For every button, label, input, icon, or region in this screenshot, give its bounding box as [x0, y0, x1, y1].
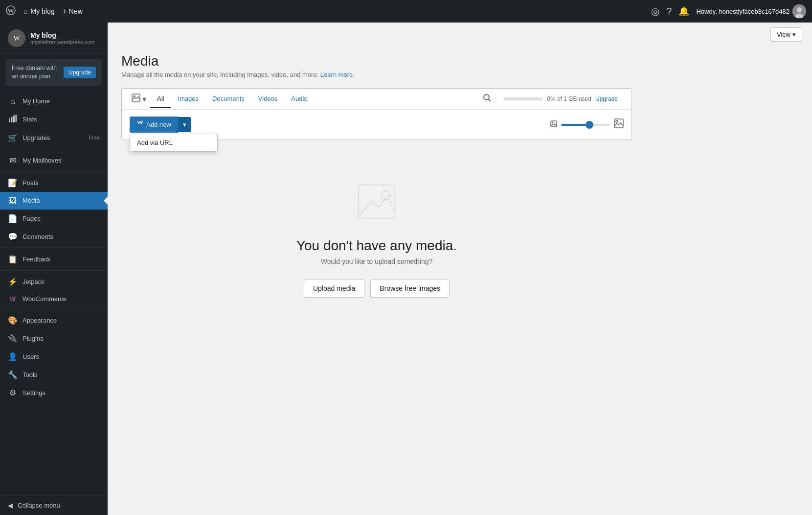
sidebar: W My blog mysitefrom.wordpress.com Free … [0, 23, 108, 515]
users-icon: 👤 [8, 352, 18, 361]
brand-text: My blog mysitefrom.wordpress.com [30, 31, 94, 45]
home-icon: ⌂ [8, 97, 18, 106]
svg-point-3 [797, 7, 802, 12]
storage-info: 0% of 1 GB used Upgrade [496, 95, 626, 102]
size-large-icon [614, 118, 624, 131]
view-bar: View ▾ [108, 23, 812, 42]
view-button[interactable]: View ▾ [770, 27, 802, 42]
chevron-down-icon: ▾ [792, 31, 796, 38]
sidebar-item-woocommerce[interactable]: W WooCommerce [0, 291, 108, 307]
topbar: W ⌂ My blog + New ◎ ? 🔔 Howdy, honestlyf… [0, 0, 812, 23]
empty-subtitle: Would you like to upload something? [321, 258, 433, 265]
add-new-dropdown: Add via URL [130, 134, 218, 152]
tab-videos[interactable]: Videos [251, 90, 285, 108]
tabs-container: ▾ All Images Documents Videos Audio 0 [121, 88, 632, 140]
tools-icon: 🔧 [8, 370, 18, 379]
wp-logo[interactable]: W [6, 5, 16, 18]
page-subtitle: Manage all the media on your site, inclu… [121, 71, 632, 78]
image-type-icon [132, 94, 140, 104]
mailboxes-icon: ✉ [8, 156, 18, 165]
add-icon [136, 120, 143, 129]
empty-actions: Upload media Browse free images [304, 279, 450, 298]
comments-icon: 💬 [8, 232, 18, 241]
layout: W My blog mysitefrom.wordpress.com Free … [0, 23, 812, 515]
topbar-site[interactable]: ⌂ My blog [23, 7, 55, 15]
storage-bar [504, 97, 543, 100]
svg-point-13 [484, 94, 489, 100]
woo-icon: W [8, 295, 18, 303]
settings-icon: ⚙ [8, 388, 18, 398]
main-content: View ▾ Media Manage all the media on you… [108, 23, 812, 515]
feedback-icon: 📋 [8, 255, 18, 264]
learn-more-link[interactable]: Learn more. [320, 71, 355, 78]
svg-point-20 [616, 120, 618, 122]
browse-free-images-button[interactable]: Browse free images [370, 279, 450, 298]
svg-text:W: W [8, 6, 14, 14]
sidebar-item-upgrades[interactable]: 🛒 Upgrades Free [0, 129, 108, 147]
svg-rect-8 [11, 117, 13, 122]
topbar-new-button[interactable]: + New [63, 7, 83, 16]
sidebar-item-tools[interactable]: 🔧 Tools [0, 366, 108, 384]
sidebar-upgrade-button[interactable]: Upgrade [64, 67, 96, 78]
upgrades-badge: Free [89, 135, 100, 140]
tab-images[interactable]: Images [171, 90, 205, 108]
svg-line-14 [489, 99, 491, 101]
topbar-right: ◎ ? 🔔 Howdy, honestlyfaceb8c167d482 [651, 4, 806, 18]
sidebar-item-mailboxes[interactable]: ✉ My Mailboxes [0, 151, 108, 169]
size-slider-container [550, 118, 624, 131]
sidebar-item-media[interactable]: 🖼 Media [0, 192, 108, 210]
svg-rect-9 [13, 116, 15, 122]
plugins-icon: 🔌 [8, 334, 18, 343]
sidebar-item-feedback[interactable]: 📋 Feedback [0, 250, 108, 268]
posts-icon: 📝 [8, 178, 18, 187]
empty-illustration [347, 177, 406, 226]
sidebar-item-plugins[interactable]: 🔌 Plugins [0, 329, 108, 348]
sidebar-nav: ⌂ My Home Stats 🛒 Upgrades Free ✉ My Mai… [0, 91, 108, 495]
empty-state: You don't have any media. Would you like… [121, 148, 632, 327]
sidebar-item-settings[interactable]: ⚙ Settings [0, 384, 108, 402]
size-slider[interactable] [561, 124, 610, 126]
help-icon[interactable]: ? [666, 6, 672, 17]
chevron-down-icon: ▾ [142, 94, 146, 104]
tab-documents[interactable]: Documents [205, 90, 251, 108]
pages-icon: 📄 [8, 214, 18, 223]
search-button[interactable] [479, 92, 496, 107]
size-small-icon [550, 120, 557, 129]
tabs-header: ▾ All Images Documents Videos Audio 0 [122, 89, 632, 110]
sidebar-item-stats[interactable]: Stats [0, 110, 108, 129]
sidebar-item-comments[interactable]: 💬 Comments [0, 228, 108, 246]
sidebar-item-users[interactable]: 👤 Users [0, 348, 108, 366]
reader-icon[interactable]: ◎ [651, 5, 659, 17]
add-via-url-item[interactable]: Add via URL [130, 134, 217, 151]
add-new-dropdown-button[interactable]: ▾ [178, 117, 191, 132]
svg-rect-7 [9, 118, 10, 122]
sidebar-item-my-home[interactable]: ⌂ My Home [0, 93, 108, 110]
storage-upgrade-link[interactable]: Upgrade [595, 95, 618, 102]
sidebar-item-jetpack[interactable]: ⚡ Jetpack [0, 273, 108, 291]
add-new-bar: Add new ▾ Add via URL [122, 110, 632, 140]
sidebar-item-posts[interactable]: 📝 Posts [0, 174, 108, 192]
avatar[interactable] [792, 4, 806, 18]
jetpack-icon: ⚡ [8, 277, 18, 286]
upgrades-icon: 🛒 [8, 133, 18, 142]
sidebar-item-pages[interactable]: 📄 Pages [0, 210, 108, 228]
collapse-menu-button[interactable]: ◀ Collapse menu [0, 495, 108, 515]
collapse-icon: ◀ [8, 502, 13, 509]
media-type-button[interactable]: ▾ [128, 89, 150, 109]
main-inner: Media Manage all the media on your site,… [108, 42, 646, 339]
svg-rect-10 [16, 115, 17, 122]
user-info[interactable]: Howdy, honestlyfaceb8c167d482 [696, 4, 806, 18]
svg-rect-21 [359, 185, 395, 218]
sidebar-brand[interactable]: W My blog mysitefrom.wordpress.com [0, 23, 108, 54]
empty-title: You don't have any media. [296, 238, 457, 254]
tab-all[interactable]: All [150, 90, 171, 108]
media-icon: 🖼 [8, 196, 18, 205]
tab-audio[interactable]: Audio [284, 90, 314, 108]
svg-rect-19 [614, 119, 623, 128]
svg-point-18 [552, 122, 553, 123]
add-new-main-button[interactable]: Add new [130, 117, 178, 133]
upload-media-button[interactable]: Upload media [304, 279, 364, 298]
sidebar-item-appearance[interactable]: 🎨 Appearance [0, 311, 108, 329]
notifications-icon[interactable]: 🔔 [678, 6, 689, 17]
svg-text:W: W [13, 35, 20, 42]
